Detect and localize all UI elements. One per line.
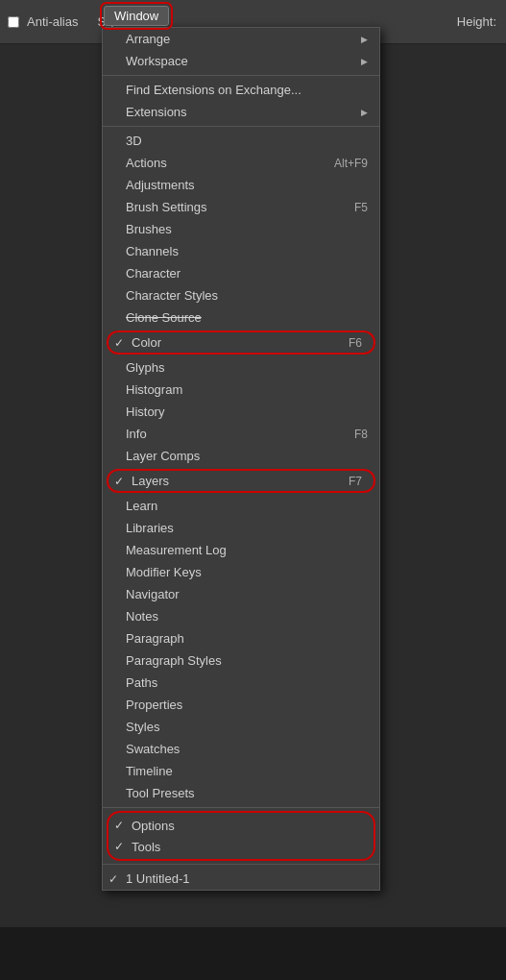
anti-alias-checkbox[interactable] (8, 16, 19, 28)
menu-item-tools[interactable]: ✓ Tools (108, 836, 373, 857)
menu-item-layer-comps[interactable]: Layer Comps (103, 445, 379, 467)
window-menu-button[interactable]: Window (104, 6, 169, 26)
menu-item-libraries[interactable]: Libraries (103, 517, 379, 539)
menu-item-channels[interactable]: Channels (103, 240, 379, 262)
menu-item-navigator[interactable]: Navigator (103, 583, 379, 605)
checkmark-color: ✓ (114, 336, 124, 350)
menu-item-layers[interactable]: ✓ Layers F7 (107, 469, 375, 493)
menu-item-paragraph[interactable]: Paragraph (103, 627, 379, 649)
menu-item-paragraph-styles[interactable]: Paragraph Styles (103, 649, 379, 672)
menu-item-untitled1[interactable]: ✓ 1 Untitled-1 (103, 868, 379, 890)
menu-item-styles[interactable]: Styles (103, 716, 379, 738)
menu-item-workspace[interactable]: Workspace ▶ (103, 50, 379, 72)
checkmark-tools: ✓ (114, 840, 124, 853)
height-label: Height: (457, 14, 496, 29)
menu-item-character-styles[interactable]: Character Styles (103, 284, 379, 306)
checkmark-layers: ✓ (114, 475, 124, 488)
menu-item-arrange[interactable]: Arrange ▶ (103, 28, 379, 50)
window-dropdown-menu: Arrange ▶ Workspace ▶ Find Extensions on… (102, 27, 380, 891)
checkmark-options: ✓ (114, 819, 124, 832)
menu-item-measurement-log[interactable]: Measurement Log (103, 539, 379, 561)
menu-item-extensions[interactable]: Extensions ▶ (103, 101, 379, 123)
menu-item-find-extensions[interactable]: Find Extensions on Exchange... (103, 79, 379, 101)
menu-item-tool-presets[interactable]: Tool Presets (103, 782, 379, 804)
menu-item-color[interactable]: ✓ Color F6 (107, 331, 375, 355)
checkmark-untitled: ✓ (108, 872, 118, 886)
menu-item-histogram[interactable]: Histogram (103, 379, 379, 401)
anti-alias-label: Anti-alias (27, 14, 78, 29)
menu-item-options[interactable]: ✓ Options (108, 815, 373, 836)
menu-item-notes[interactable]: Notes (103, 605, 379, 627)
menu-item-clone-source[interactable]: Clone Source (103, 306, 379, 329)
menu-item-brush-settings[interactable]: Brush Settings F5 (103, 196, 379, 218)
options-tools-group: ✓ Options ✓ Tools (107, 811, 375, 861)
menu-item-swatches[interactable]: Swatches (103, 738, 379, 760)
menu-item-glyphs[interactable]: Glyphs (103, 356, 379, 379)
menu-item-character[interactable]: Character (103, 262, 379, 284)
menu-item-modifier-keys[interactable]: Modifier Keys (103, 561, 379, 583)
menu-item-adjustments[interactable]: Adjustments (103, 174, 379, 196)
menu-item-paths[interactable]: Paths (103, 672, 379, 694)
menu-item-learn[interactable]: Learn (103, 495, 379, 517)
menu-item-history[interactable]: History (103, 401, 379, 423)
menu-item-timeline[interactable]: Timeline (103, 760, 379, 782)
menu-item-brushes[interactable]: Brushes (103, 218, 379, 240)
menu-item-info[interactable]: Info F8 (103, 423, 379, 445)
menu-item-properties[interactable]: Properties (103, 694, 379, 716)
menu-item-3d[interactable]: 3D (103, 130, 379, 152)
menu-item-actions[interactable]: Actions Alt+F9 (103, 152, 379, 174)
